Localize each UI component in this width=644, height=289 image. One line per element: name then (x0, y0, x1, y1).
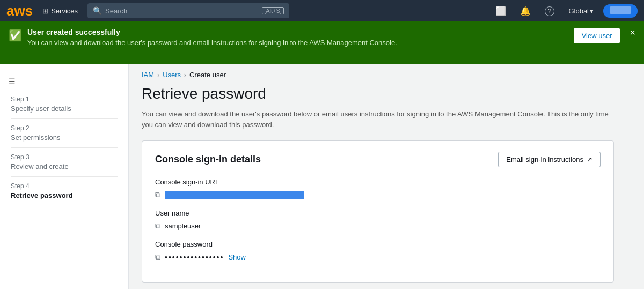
breadcrumb-users[interactable]: Users (163, 71, 181, 79)
help-icon: ? (545, 6, 555, 16)
breadcrumb-separator-2: › (184, 71, 186, 79)
main-layout: ☰ Step 1 Specify user details Step 2 Set… (0, 64, 644, 289)
copy-password-icon[interactable]: ⧉ (155, 253, 160, 262)
url-field: Console sign-in URL ⧉ (155, 178, 601, 199)
step-4: Step 4 Retrieve password (0, 177, 128, 205)
banner-title: User created successfully (27, 28, 568, 36)
step-4-label: Step 4 (11, 182, 118, 190)
bell-icon-btn[interactable]: 🔔 (516, 4, 535, 18)
step-2-title: Set permissions (11, 134, 118, 142)
copy-username-icon[interactable]: ⧉ (155, 221, 160, 231)
password-value-row: ⧉ •••••••••••••••• Show (155, 253, 601, 262)
password-dots: •••••••••••••••• (165, 253, 224, 262)
username-value-row: ⧉ sampleuser (155, 221, 601, 231)
search-shortcut: [Alt+S] (262, 7, 284, 14)
page-content: Retrieve password You can view and downl… (129, 85, 644, 289)
top-navigation: aws ⊞ Services 🔍 [Alt+S] ⬜ 🔔 ? Global ▾ (0, 0, 644, 21)
username-value: sampleuser (165, 222, 201, 230)
cloud-icon: ⬜ (495, 6, 506, 16)
banner-description: You can view and download the user's pas… (27, 39, 568, 47)
global-label: Global (568, 7, 589, 15)
sidebar: ☰ Step 1 Specify user details Step 2 Set… (0, 64, 129, 289)
url-blurred-value (165, 191, 304, 199)
aws-logo[interactable]: aws (6, 3, 33, 19)
check-icon: ✅ (9, 29, 22, 42)
card-header: Console sign-in details Email sign-in in… (155, 152, 601, 167)
signin-details-card: Console sign-in details Email sign-in in… (142, 140, 614, 283)
breadcrumb-separator-1: › (157, 71, 159, 79)
password-label: Console password (155, 240, 601, 248)
chevron-down-icon: ▾ (590, 7, 594, 15)
step-4-title: Retrieve password (11, 191, 118, 199)
card-title: Console sign-in details (155, 154, 261, 165)
banner-content: User created successfully You can view a… (27, 28, 568, 47)
breadcrumb-current: Create user (189, 71, 226, 79)
services-label: Services (51, 7, 78, 15)
step-1-title: Specify user details (11, 105, 118, 113)
close-banner-icon[interactable]: × (630, 28, 635, 38)
step-3: Step 3 Review and create (0, 148, 128, 176)
show-password-link[interactable]: Show (228, 253, 246, 261)
page-title: Retrieve password (142, 85, 631, 102)
breadcrumb-iam[interactable]: IAM (142, 71, 154, 79)
password-field: Console password ⧉ •••••••••••••••• Show (155, 240, 601, 262)
breadcrumb: IAM › Users › Create user (129, 64, 644, 85)
sidebar-menu-icon[interactable]: ☰ (0, 73, 128, 90)
account-button[interactable] (603, 4, 638, 18)
cloud-icon-btn[interactable]: ⬜ (491, 4, 510, 18)
username-label: User name (155, 209, 601, 217)
step-3-label: Step 3 (11, 153, 118, 161)
bell-icon: 🔔 (520, 6, 531, 16)
email-signin-button[interactable]: Email sign-in instructions ↗ (498, 152, 601, 167)
url-label: Console sign-in URL (155, 178, 601, 186)
search-icon: 🔍 (93, 6, 102, 15)
content-area: IAM › Users › Create user Retrieve passw… (129, 64, 644, 289)
search-input[interactable] (105, 7, 259, 15)
search-bar: 🔍 [Alt+S] (87, 3, 289, 18)
page-description: You can view and download the user's pas… (142, 109, 609, 130)
step-1: Step 1 Specify user details (0, 90, 128, 118)
global-button[interactable]: Global ▾ (564, 5, 598, 17)
grid-icon: ⊞ (42, 6, 49, 15)
services-button[interactable]: ⊞ Services (38, 4, 82, 17)
copy-url-icon[interactable]: ⧉ (155, 190, 160, 199)
account-label (610, 6, 631, 14)
email-signin-label: Email sign-in instructions (506, 155, 583, 164)
step-1-label: Step 1 (11, 95, 118, 103)
external-link-icon: ↗ (587, 155, 592, 164)
view-user-button[interactable]: View user (574, 28, 620, 43)
step-2-label: Step 2 (11, 124, 118, 132)
success-banner: ✅ User created successfully You can view… (0, 21, 644, 64)
help-icon-btn[interactable]: ? (540, 4, 559, 18)
step-3-title: Review and create (11, 162, 118, 171)
url-value-row: ⧉ (155, 190, 601, 199)
username-field: User name ⧉ sampleuser (155, 209, 601, 231)
step-2: Step 2 Set permissions (0, 119, 128, 147)
